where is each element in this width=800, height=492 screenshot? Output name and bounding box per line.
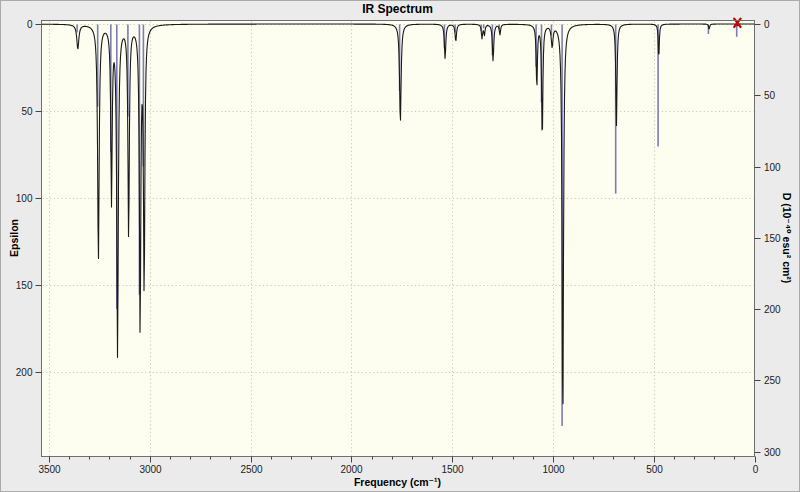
x-tick-label: 1000 [542, 464, 565, 475]
spectrum-window: IR Spectrum Epsilon D (10⁻⁴⁰ esu² cm²) F… [0, 0, 800, 492]
x-tick-label: 3500 [38, 464, 61, 475]
y-left-tick-label: 50 [21, 106, 33, 117]
x-tick-label: 2500 [240, 464, 263, 475]
y-left-tick-label: 200 [16, 367, 33, 378]
x-tick-label: 1500 [441, 464, 464, 475]
y-right-tick-label: 150 [764, 233, 781, 244]
y-right-tick-label: 50 [764, 90, 776, 101]
y-left-tick-label: 0 [27, 19, 33, 30]
y-left-tick-label: 150 [16, 280, 33, 291]
ir-spectrum-chart[interactable]: 3500300025002000150010005000050100150200… [1, 1, 800, 492]
x-tick-label: 3000 [139, 464, 162, 475]
y-right-tick-label: 100 [764, 162, 781, 173]
plot-area-background [42, 21, 755, 457]
y-right-tick-label: 250 [764, 375, 781, 386]
x-tick-label: 2000 [340, 464, 363, 475]
x-tick-label: 500 [646, 464, 663, 475]
y-right-tick-label: 300 [764, 447, 781, 458]
y-right-tick-label: 200 [764, 304, 781, 315]
y-right-tick-label: 0 [764, 19, 770, 30]
y-left-tick-label: 100 [16, 193, 33, 204]
x-tick-label: 0 [753, 464, 759, 475]
